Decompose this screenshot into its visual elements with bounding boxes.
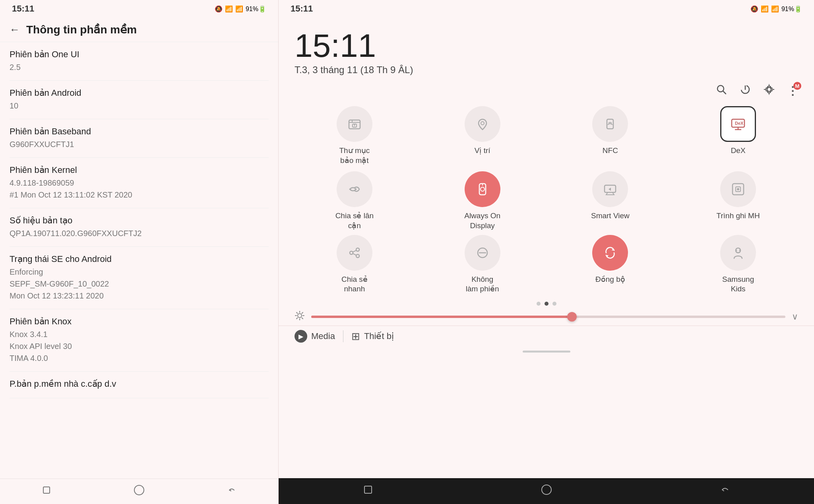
back-button-right[interactable] [719,484,731,498]
bottom-nav-right [279,478,814,504]
search-button[interactable] [715,83,727,98]
tile-nfc[interactable]: NFC [550,106,671,165]
svg-text:DeX: DeX [735,121,744,126]
tile-label-dex: DeX [731,146,746,156]
svg-point-42 [542,485,551,494]
dot-3[interactable] [552,302,556,306]
media-button[interactable]: ▶ Media [295,330,335,343]
status-bar-right: 15:11 🔕 📶 📶 91%🔋 [279,0,814,17]
device-icon: ⊞ [351,330,360,343]
clock-area: 15:11 T.3, 3 tháng 11 (18 Th 9 ÂL) [279,17,814,79]
value-build: QP1A.190711.020.G960FXXUCFTJ2 [10,227,269,239]
left-panel: 15:11 🔕 📶 📶 91%🔋 ← Thông tin phần mềm Ph… [0,0,278,504]
dot-2[interactable] [545,302,548,306]
info-item-android: Phiên bản Android 10 [10,81,269,119]
media-play-icon: ▶ [295,330,307,343]
tile-icon-nfc [592,106,628,142]
svg-line-38 [297,312,298,314]
status-bar-left: 15:11 🔕 📶 📶 91%🔋 [0,0,278,17]
quick-tiles-row1: Thư mụcbảo mật Vị trí NFC [279,102,814,169]
recent-apps-button-left[interactable] [41,485,52,498]
svg-point-5 [767,87,771,91]
tile-label-dong-bo: Đồng bộ [595,275,625,285]
device-button[interactable]: ⊞ Thiết bị [351,330,394,343]
tile-trinh-ghi[interactable]: Trình ghi MH [678,171,798,231]
tile-icon-samsung-kids [720,235,756,271]
silent-icon-left: 🔕 [215,5,223,13]
tile-label-smart-view: Smart View [591,211,630,221]
svg-point-17 [481,187,485,191]
tile-smart-view[interactable]: Smart View [550,171,671,231]
svg-point-10 [481,122,484,125]
toolbar: ⋮ M [279,79,814,102]
tile-khong-lam-phien[interactable]: Khônglàm phiền [423,235,543,294]
label-provider: P.bản p.mềm nhà c.cấp d.v [10,379,269,389]
recent-apps-button-right[interactable] [362,484,374,498]
tile-dong-bo[interactable]: Đồng bộ [550,235,671,294]
time-left: 15:11 [12,4,34,14]
label-build: Số hiệu bản tạo [10,215,269,226]
svg-point-8 [354,124,355,126]
label-se: Trạng thái SE cho Android [10,254,269,264]
brightness-thumb [567,312,577,322]
svg-point-33 [298,314,302,318]
tile-chia-se-nhanh[interactable]: Chia sẻnhanh [295,235,415,294]
tile-icon-smart-view [592,171,628,207]
settings-button[interactable] [763,83,775,98]
back-button[interactable]: ← [10,23,20,36]
svg-point-0 [134,485,144,495]
wifi-icon-right: 📶 [761,5,769,13]
signal-icon-left: 📶 [235,5,243,13]
media-row: ▶ Media ⊞ Thiết bị [279,326,814,347]
label-oneui: Phiên bản One UI [10,49,269,60]
tile-label-chia-se-nhanh: Chia sẻnhanh [341,275,368,294]
tile-icon-chia-se-nhanh [337,235,372,271]
info-item-se: Trạng thái SE cho Android EnforcingSEPF_… [10,247,269,309]
page-title: Thông tin phần mềm [26,23,137,36]
svg-point-23 [350,251,353,254]
home-button-right[interactable] [541,484,552,498]
tile-icon-dong-bo [592,235,628,271]
battery-left: 91%🔋 [246,5,266,13]
header: ← Thông tin phần mềm [0,17,278,42]
svg-line-2 [723,91,726,94]
tile-always-on-display[interactable]: Always OnDisplay [423,171,543,231]
tile-dex[interactable]: DeX DeX [678,106,798,165]
clock-display: 15:11 [295,29,798,62]
back-button-left[interactable] [226,485,237,498]
expand-brightness-button[interactable]: ∨ [792,312,798,322]
media-label: Media [311,331,335,341]
svg-point-24 [356,248,359,251]
tile-icon-thu-muc [337,106,372,142]
brightness-fill [311,316,572,318]
date-display: T.3, 3 tháng 11 (18 Th 9 ÂL) [295,64,798,76]
tile-vi-tri[interactable]: Vị trí [423,106,543,165]
battery-right: 91%🔋 [781,5,802,13]
more-options-button[interactable]: ⋮ M [787,84,798,97]
tile-icon-aod [465,171,500,207]
svg-line-41 [297,318,298,319]
tile-label-samsung-kids: SamsungKids [722,275,754,294]
info-item-baseband: Phiên bản Baseband G960FXXUCFTJ1 [10,119,269,158]
info-list: Phiên bản One UI 2.5 Phiên bản Android 1… [0,42,278,479]
brightness-icon [295,310,305,323]
brightness-slider[interactable] [311,316,785,318]
tile-chia-se-lan-can[interactable]: Chia sẻ lâncận [295,171,415,231]
svg-line-27 [353,254,356,255]
tile-thu-muc-bao-mat[interactable]: Thư mụcbảo mật [295,106,415,165]
tile-label-trinh-ghi: Trình ghi MH [717,211,760,221]
tile-label-thu-muc: Thư mụcbảo mật [339,146,370,165]
value-se: EnforcingSEPF_SM-G960F_10_0022Mon Oct 12… [10,266,269,302]
dot-1[interactable] [537,302,541,306]
label-android: Phiên bản Android [10,88,269,98]
value-knox: Knox 3.4.1Knox API level 30TIMA 4.0.0 [10,328,269,364]
power-button[interactable] [739,83,751,98]
svg-point-25 [356,254,359,258]
svg-point-31 [736,250,737,251]
tile-samsung-kids[interactable]: SamsungKids [678,235,798,294]
home-button-left[interactable] [134,485,145,498]
home-indicator-bar [279,347,814,357]
tile-label-klp: Khônglàm phiền [466,275,499,294]
quick-tiles-row3: Chia sẻnhanh Khônglàm phiền [279,233,814,296]
tile-label-chia-se: Chia sẻ lâncận [335,211,374,231]
